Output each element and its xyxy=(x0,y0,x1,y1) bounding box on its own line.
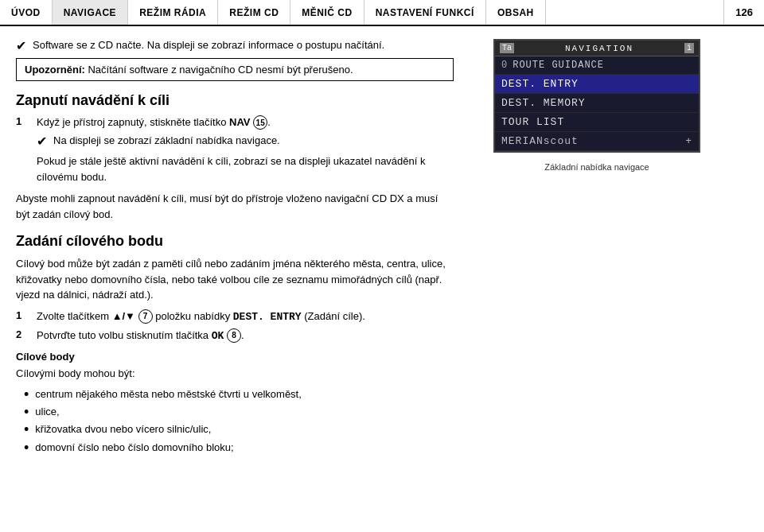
nav-screen-row-dest-memory: DEST. MEMORY xyxy=(495,94,699,113)
section2-step1: 1 Zvolte tlačítkem ▲/▼ 7 položku nabídky… xyxy=(16,309,454,324)
right-column: Ta NAVIGATION i 0 ROUTE GUIDANCE DEST. E… xyxy=(470,26,724,471)
nav-screen-row-merian-arrow: + xyxy=(685,135,692,147)
section2-step2: 2 Potvrďte tuto volbu stisknutím tlačítk… xyxy=(16,328,454,343)
section2-step1-text: Zvolte tlačítkem ▲/▼ 7 položku nabídky D… xyxy=(37,309,365,324)
nav-screen-row-dest-entry: DEST. ENTRY xyxy=(495,75,699,94)
warning-label: Upozornění: xyxy=(25,64,88,76)
cilove-body-label: Cílové body xyxy=(16,351,454,363)
nav-screen-title: NAVIGATION xyxy=(517,44,681,53)
warning-text: Načítání software z navigačního CD nesmí… xyxy=(88,64,353,76)
bullet-item-1: • centrum nějakého města nebo městské čt… xyxy=(24,387,454,402)
bullet-text-4: domovní číslo nebo číslo domovního bloku… xyxy=(35,441,233,455)
nav-screen-right-icon: i xyxy=(684,43,694,53)
nav-screen: Ta NAVIGATION i 0 ROUTE GUIDANCE DEST. E… xyxy=(493,39,700,153)
nav-screen-row-tour-list: TOUR LIST xyxy=(495,113,699,132)
check-item-nav-text: Na displeji se zobrazí základní nabídka … xyxy=(53,134,280,146)
bullet-icon-2: • xyxy=(24,405,29,419)
bullet-item-3: • křižovatka dvou nebo vícero silnic/uli… xyxy=(24,422,454,437)
nav-screen-left-icon: Ta xyxy=(500,43,514,53)
bullet-icon-3: • xyxy=(24,422,29,437)
nav-screen-row-merian-text: MERIANscout xyxy=(501,135,579,147)
section1-note2: Abyste mohli zapnout navádění k cíli, mu… xyxy=(16,191,454,222)
bullet-icon-1: • xyxy=(24,387,29,402)
bullet-text-3: křižovatka dvou nebo vícero silnic/ulic, xyxy=(35,422,211,437)
nav-screen-row-dest-memory-text: DEST. MEMORY xyxy=(501,97,586,109)
bullet-text-1: centrum nějakého města nebo městské čtvr… xyxy=(35,387,302,402)
nav-obsah[interactable]: OBSAH xyxy=(486,0,546,25)
nav-screen-row-route-text: ROUTE GUIDANCE xyxy=(513,60,604,71)
warning-block: Upozornění: Načítání software z navigačn… xyxy=(16,58,454,81)
page-number: 126 xyxy=(723,0,764,25)
section2-step2-text: Potvrďte tuto volbu stisknutím tlačítka … xyxy=(37,328,244,343)
nav-menic-cd[interactable]: MĚNIČ CD xyxy=(290,0,364,25)
bullet-list: • centrum nějakého města nebo městské čt… xyxy=(24,387,454,455)
nav-screen-row-merian: MERIANscout + xyxy=(495,132,699,151)
nav-rezim-cd[interactable]: REŽIM CD xyxy=(218,0,290,25)
nav-nastaveni-funkci[interactable]: NASTAVENÍ FUNKCÍ xyxy=(364,0,486,25)
bullet-item-4: • domovní číslo nebo číslo domovního blo… xyxy=(24,441,454,455)
bullet-text-2: ulice, xyxy=(35,405,59,419)
nav-screen-row-dest-entry-text: DEST. ENTRY xyxy=(501,78,579,90)
checkmark-icon: ✔ xyxy=(16,38,26,53)
nav-screen-row-tour-list-text: TOUR LIST xyxy=(501,116,564,128)
checkmark-nav-icon: ✔ xyxy=(37,134,47,149)
nav-navigace[interactable]: NAVIGACE xyxy=(53,0,128,25)
section2-heading: Zadání cílového bodu xyxy=(16,233,454,250)
left-column: ✔ Software se z CD načte. Na displeji se… xyxy=(0,26,470,471)
nav-screen-caption: Základní nabídka navigace xyxy=(544,162,649,172)
section1-heading: Zapnutí navádění k cíli xyxy=(16,92,454,109)
step1-num: 1 xyxy=(16,115,27,127)
step1-item: 1 Když je přístroj zapnutý, stiskněte tl… xyxy=(16,115,454,130)
bullet-item-2: • ulice, xyxy=(24,405,454,419)
nav-rezim-radia[interactable]: REŽIM RÁDIA xyxy=(128,0,218,25)
section2-step2-num: 2 xyxy=(16,328,27,340)
main-content: ✔ Software se z CD načte. Na displeji se… xyxy=(0,26,764,471)
cilove-body-intro: Cílovými body mohou být: xyxy=(16,366,454,382)
nav-screen-row-route: 0 ROUTE GUIDANCE xyxy=(495,56,699,75)
step1-text: Když je přístroj zapnutý, stiskněte tlač… xyxy=(37,115,271,130)
nav-uvod[interactable]: ÚVOD xyxy=(0,0,53,25)
nav-screen-titlebar: Ta NAVIGATION i xyxy=(495,41,699,56)
check-item-nav: ✔ Na displeji se zobrazí základní nabídk… xyxy=(37,134,454,149)
section2-intro: Cílový bod může být zadán z paměti cílů … xyxy=(16,256,454,303)
check-item-1-text: Software se z CD načte. Na displeji se z… xyxy=(33,39,384,51)
check-item-1: ✔ Software se z CD načte. Na displeji se… xyxy=(16,39,454,53)
top-navigation: ÚVOD NAVIGACE REŽIM RÁDIA REŽIM CD MĚNIČ… xyxy=(0,0,764,26)
section1-note: Pokud je stále ještě aktivní navádění k … xyxy=(37,153,454,184)
section2-step1-num: 1 xyxy=(16,309,27,321)
nav-screen-row-route-num: 0 xyxy=(501,60,508,71)
bullet-icon-4: • xyxy=(24,441,29,455)
